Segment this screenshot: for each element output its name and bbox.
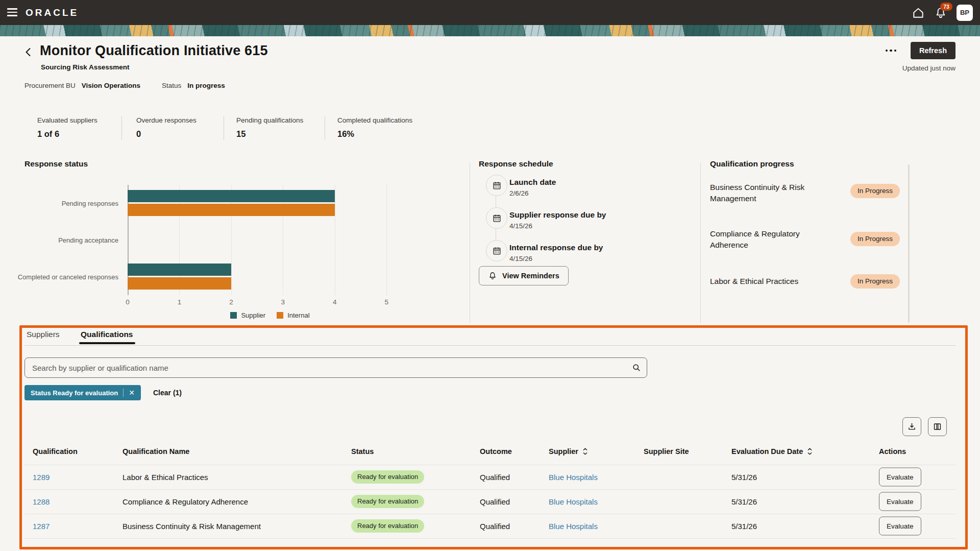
oracle-logo: ORACLE xyxy=(26,7,79,18)
supplier-link[interactable]: Blue Hospitals xyxy=(549,522,598,531)
qualification-id-link[interactable]: 1288 xyxy=(33,497,50,506)
home-icon[interactable] xyxy=(912,6,925,19)
chart-plot xyxy=(128,185,412,295)
view-reminders-button[interactable]: View Reminders xyxy=(479,266,569,285)
timeline-connector xyxy=(496,229,496,240)
topbar-actions: 73 BP xyxy=(912,0,973,25)
search-input[interactable] xyxy=(25,364,626,372)
supplier-link[interactable]: Blue Hospitals xyxy=(549,473,598,482)
notifications-bell[interactable]: 73 xyxy=(934,6,947,19)
hamburger-menu-icon[interactable] xyxy=(7,7,19,18)
col-qualification: Qualification xyxy=(33,447,78,456)
stat-overdue-responses: Overdue responses 0 xyxy=(136,116,197,139)
evaluate-button[interactable]: Evaluate xyxy=(879,468,921,487)
col-supplier-sortable[interactable]: Supplier xyxy=(549,447,588,456)
qualification-name: Compliance & Regulatory Adherence xyxy=(122,497,248,506)
chart-x-axis: 012345 xyxy=(128,298,412,307)
download-icon xyxy=(907,422,917,432)
col-actions: Actions xyxy=(879,447,906,456)
legend-supplier: Supplier xyxy=(230,312,265,319)
chart-category-labels: Pending responsesPending acceptanceCompl… xyxy=(15,185,124,295)
gridline xyxy=(386,185,387,295)
x-tick-label: 3 xyxy=(281,298,285,306)
back-button[interactable] xyxy=(22,46,35,58)
calendar-icon xyxy=(486,207,507,229)
sort-icon xyxy=(807,447,813,456)
table-row: 1288 Compliance & Regulatory Adherence R… xyxy=(24,489,955,514)
supplier-link[interactable]: Blue Hospitals xyxy=(549,497,598,506)
outcome-value: Qualified xyxy=(480,497,510,506)
bar-internal-0 xyxy=(128,204,335,216)
header-actions: Refresh xyxy=(885,42,956,59)
notification-count-badge: 73 xyxy=(940,3,952,11)
evaluate-button[interactable]: Evaluate xyxy=(879,492,921,511)
procurement-bu-value: Vision Operations xyxy=(82,82,140,89)
clear-filters-link[interactable]: Clear (1) xyxy=(153,389,182,397)
columns-icon xyxy=(933,422,942,432)
evaluation-due-date: 5/31/26 xyxy=(731,522,757,531)
overflow-menu-icon[interactable] xyxy=(885,46,898,55)
col-qualification-name: Qualification Name xyxy=(122,447,189,456)
evaluate-button[interactable]: Evaluate xyxy=(879,517,921,536)
col-status: Status xyxy=(351,447,374,456)
qualification-id-link[interactable]: 1289 xyxy=(33,473,50,482)
x-tick-label: 5 xyxy=(385,298,389,306)
evaluation-due-date: 5/31/26 xyxy=(731,473,757,482)
chip-separator xyxy=(123,389,124,397)
outcome-value: Qualified xyxy=(480,473,510,482)
schedule-item-date: 4/15/26 xyxy=(509,255,532,262)
tab-suppliers[interactable]: Suppliers xyxy=(27,330,60,339)
status-value: In progress xyxy=(187,82,225,89)
page-title: Monitor Qualification Initiative 615 xyxy=(40,43,268,59)
progress-status-badge: In Progress xyxy=(850,232,900,246)
chart-legend: Supplier Internal xyxy=(128,312,412,319)
chip-close-icon[interactable]: ✕ xyxy=(129,389,135,396)
progress-status-badge: In Progress xyxy=(850,184,900,198)
supplier-swatch xyxy=(230,312,237,319)
table-row: 1287 Business Continuity & Risk Manageme… xyxy=(24,514,955,538)
progress-item-name: Compliance & Regulatory Adherence xyxy=(710,228,830,251)
scrollbar-track[interactable] xyxy=(908,164,910,323)
page-subtitle: Sourcing Risk Assessment xyxy=(41,63,130,71)
bar-supplier-2 xyxy=(128,263,231,276)
legend-internal: Internal xyxy=(277,312,309,319)
stat-evaluated-suppliers: Evaluated suppliers 1 of 6 xyxy=(37,116,97,139)
decorative-banner xyxy=(0,25,980,36)
response-status-title: Response status xyxy=(24,159,88,169)
download-button[interactable] xyxy=(902,417,921,436)
gridline xyxy=(335,185,335,295)
col-outcome: Outcome xyxy=(480,447,512,456)
stat-divider xyxy=(325,116,325,140)
timeline-connector xyxy=(496,196,496,207)
table-row: 1289 Labor & Ethical Practices Ready for… xyxy=(24,465,955,489)
filter-chip-status-ready-for-evaluation[interactable]: Status Ready for evaluation ✕ xyxy=(24,385,141,400)
category-label: Completed or canceled responses xyxy=(15,258,124,295)
progress-item-name: Labor & Ethical Practices xyxy=(710,276,830,287)
calendar-icon xyxy=(486,175,507,196)
outcome-value: Qualified xyxy=(480,522,510,531)
tab-bottom-border xyxy=(24,345,955,346)
schedule-item-date: 4/15/26 xyxy=(509,222,532,230)
calendar-icon xyxy=(486,240,507,261)
qualification-id-link[interactable]: 1287 xyxy=(33,522,50,531)
evaluation-due-date: 5/31/26 xyxy=(731,497,757,506)
schedule-item-label: Internal response due by xyxy=(509,243,603,252)
panel-divider xyxy=(470,162,470,323)
monitor-qualification-page: ORACLE 73 BP Monitor Qualification Initi… xyxy=(0,0,980,551)
progress-item-name: Business Continuity & Risk Management xyxy=(710,182,830,204)
bell-icon xyxy=(488,271,497,280)
col-evaluation-due-date-sortable[interactable]: Evaluation Due Date xyxy=(731,447,813,456)
search-icon[interactable] xyxy=(626,358,647,377)
tab-qualifications[interactable]: Qualifications xyxy=(81,330,133,339)
manage-columns-button[interactable] xyxy=(928,417,947,436)
search-box xyxy=(24,357,647,378)
panel-divider xyxy=(700,162,701,323)
user-avatar[interactable]: BP xyxy=(957,5,973,21)
schedule-item-date: 2/6/26 xyxy=(509,189,529,197)
stat-divider xyxy=(121,116,122,140)
refresh-button[interactable]: Refresh xyxy=(911,42,955,59)
stat-divider xyxy=(224,116,224,140)
x-tick-label: 2 xyxy=(229,298,233,306)
initiative-meta: Procurement BU Vision Operations Status … xyxy=(24,82,225,89)
bar-supplier-0 xyxy=(128,190,335,202)
